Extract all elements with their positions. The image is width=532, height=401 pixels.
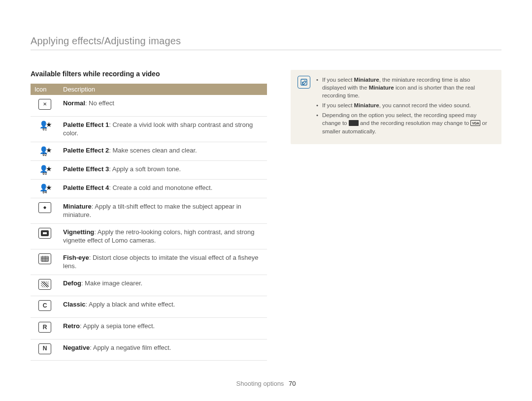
content-columns: Available filters while recording a vide… xyxy=(31,70,501,361)
table-row: 👤★03Palette Effect 3: Apply a soft brown… xyxy=(31,160,267,179)
footer-section: Shooting options xyxy=(236,380,284,387)
table-row: 👤★02Palette Effect 2: Make scenes clean … xyxy=(31,142,267,160)
table-row: 👤★04Palette Effect 4: Create a cold and … xyxy=(31,179,267,198)
palette-4-icon: 👤★04 xyxy=(31,179,59,198)
note-icon xyxy=(298,76,310,89)
table-row: Vignetting: Apply the retro-looking colo… xyxy=(31,223,267,249)
th-description: Description xyxy=(59,84,267,95)
note-item-3: Depending on the option you select, the … xyxy=(316,111,493,135)
filter-description: Fish-eye: Distort close objects to imita… xyxy=(59,249,267,275)
filter-description: Defog: Make image clearer. xyxy=(59,275,267,296)
filter-description: Classic: Apply a black and white effect. xyxy=(59,296,267,318)
filter-description: Negative: Apply a negative film effect. xyxy=(59,339,267,361)
filter-description: Palette Effect 1: Create a vivid look wi… xyxy=(59,116,267,142)
title-rule xyxy=(31,50,501,50)
palette-1-icon: 👤★01 xyxy=(31,116,59,142)
vignetting-icon xyxy=(31,223,59,249)
normal-off-icon xyxy=(31,95,59,116)
footer-page-number: 70 xyxy=(289,380,296,387)
filter-description: Vignetting: Apply the retro-looking colo… xyxy=(59,223,267,249)
recording-speed-icon xyxy=(349,120,359,126)
right-column: If you select Miniature, the miniature r… xyxy=(291,70,501,361)
fisheye-icon xyxy=(31,249,59,275)
filter-description: Palette Effect 2: Make scenes clean and … xyxy=(59,142,267,160)
classic-icon: C xyxy=(31,296,59,318)
filter-description: Palette Effect 3: Apply a soft brown ton… xyxy=(59,160,267,179)
defog-icon xyxy=(31,275,59,296)
filter-description: Miniature: Apply a tilt-shift effect to … xyxy=(59,198,267,223)
retro-icon: R xyxy=(31,318,59,339)
table-row: NNegative: Apply a negative film effect. xyxy=(31,339,267,361)
th-icon: Icon xyxy=(31,84,59,95)
note-box: If you select Miniature, the miniature r… xyxy=(291,70,501,144)
note-item-2: If you select Miniature, you cannot reco… xyxy=(316,101,493,109)
table-row: RRetro: Apply a sepia tone effect. xyxy=(31,318,267,339)
page-footer: Shooting options 70 xyxy=(0,380,532,387)
table-row: 👤★01Palette Effect 1: Create a vivid loo… xyxy=(31,116,267,142)
table-row: Defog: Make image clearer. xyxy=(31,275,267,296)
palette-2-icon: 👤★02 xyxy=(31,142,59,160)
table-row: CClassic: Apply a black and white effect… xyxy=(31,296,267,318)
note-list: If you select Miniature, the miniature r… xyxy=(316,76,493,137)
manual-page: Applying effects/Adjusting images Availa… xyxy=(0,0,532,401)
filter-description: Palette Effect 4: Create a cold and mono… xyxy=(59,179,267,198)
palette-3-icon: 👤★03 xyxy=(31,160,59,179)
negative-icon: N xyxy=(31,339,59,361)
section-title: Available filters while recording a vide… xyxy=(31,70,267,78)
miniature-icon xyxy=(31,198,59,223)
vga-resolution-icon xyxy=(470,120,480,126)
left-column: Available filters while recording a vide… xyxy=(31,70,267,361)
table-row: Miniature: Apply a tilt-shift effect to … xyxy=(31,198,267,223)
filters-table: Icon Description Normal: No effect👤★01Pa… xyxy=(31,84,267,361)
filter-description: Retro: Apply a sepia tone effect. xyxy=(59,318,267,339)
table-row: Fish-eye: Distort close objects to imita… xyxy=(31,249,267,275)
filter-description: Normal: No effect xyxy=(59,95,267,116)
filters-tbody: Normal: No effect👤★01Palette Effect 1: C… xyxy=(31,95,267,361)
table-row: Normal: No effect xyxy=(31,95,267,116)
note-item-1: If you select Miniature, the miniature r… xyxy=(316,76,493,99)
page-title: Applying effects/Adjusting images xyxy=(31,35,501,47)
